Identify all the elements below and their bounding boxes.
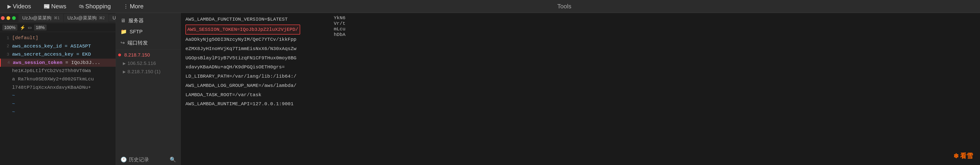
code-line-5: he1KJp6LtlfYCb2Vs2Thh0VT6Wa	[0, 67, 116, 75]
tab2-close[interactable]: ⌘2	[99, 16, 105, 20]
close-dot[interactable]	[1, 16, 5, 20]
code-line-4: 4 aws_session_token = IQoJb3J...	[0, 59, 116, 67]
tab-more[interactable]: ⋮ More	[121, 2, 146, 11]
terminal-panel-inner: 🖥 服务器 📁 SFTP ↪ 端口转发 8.218.7.150	[116, 13, 181, 165]
code-line-6: a Ra7knu0SE0XWy2+d002GTkmLcu	[0, 75, 116, 83]
video-icon: ▶	[7, 3, 11, 10]
rect-icon: ▭	[28, 25, 32, 30]
folder-icon: 📁	[121, 29, 127, 35]
token-highlight-box: AWS_SESSION_TOKEN=IQoJb3JpZ2luX2VjEPD/	[185, 25, 300, 35]
code-line-2: 2 aws_access_key_id = ASIA5PT	[0, 42, 116, 51]
terminal-panel: 🖥 服务器 📁 SFTP ↪ 端口转发 8.218.7.150	[116, 13, 181, 165]
minimize-dot[interactable]	[6, 16, 10, 20]
forward-icon: ↪	[121, 40, 125, 46]
aws-line-7: LD_LIBRARY_PATH=/var/lang/lib:/lib64:/	[185, 72, 325, 81]
editor-tab-1[interactable]: UzJu@菜菜狗 ⌘1	[19, 14, 63, 22]
aws-line-1: AWS_LAMBDA_FUNCTION_VERSION=$LATEST	[185, 15, 325, 24]
history-item[interactable]: 🕐 历史记录 🔍	[116, 154, 181, 165]
tools-label: Tools	[153, 3, 975, 10]
server-item-sftp[interactable]: 📁 SFTP	[116, 26, 181, 37]
server-label: 服务器	[129, 17, 144, 24]
aws-content: AWS_LAMBDA_FUNCTION_VERSION=$LATEST AWS_…	[185, 15, 325, 108]
sftp-label: SFTP	[130, 29, 143, 35]
browser-topbar: ▶ Videos 📰 News 🛍 Shopping ⋮ More Tools	[0, 0, 980, 13]
expand-icon: ▶	[123, 61, 126, 66]
aws-line-token: AWS_SESSION_TOKEN=IQoJb3JpZ2luX2VjEPD/	[185, 25, 325, 35]
tab-videos[interactable]: ▶ Videos	[5, 2, 34, 11]
percent-level: 18%	[34, 25, 46, 30]
server-item-server[interactable]: 🖥 服务器	[116, 15, 181, 26]
shopping-icon: 🛍	[79, 3, 84, 10]
editor-tabs: UzJu@菜菜狗 ⌘1 UzJu@菜菜狗 ⌘2 UzJu@	[0, 13, 116, 23]
tab-shopping[interactable]: 🛍 Shopping	[76, 2, 114, 11]
watermark: ❄ 看雪	[953, 152, 973, 160]
right-item-2: Vr/t	[334, 21, 345, 26]
connection-expand[interactable]: ▶ 106.52.5.116	[116, 59, 181, 67]
watermark-icon: ❄	[953, 152, 959, 160]
aws-line-9: LAMBDA_TASK_ROOT=/var/task	[185, 91, 325, 99]
code-line-7: l748tP7iqXcxAnxdavyKBaADNu+	[0, 83, 116, 92]
search-icon[interactable]: 🔍	[170, 157, 176, 163]
aws-line-4: eZMX8JyHInoHVjKq7T1mmEisNxX6/N30xAqsZw	[185, 45, 325, 53]
aws-right-col: YkN6 Vr/t mLcu hDbA	[334, 15, 345, 163]
server-icon: 🖥	[121, 17, 126, 24]
main-area: UzJu@菜菜狗 ⌘1 UzJu@菜菜狗 ⌘2 UzJu@ 100% ⚡ ▭ 1…	[0, 13, 980, 165]
code-line-tilde-2: ~	[0, 100, 116, 108]
code-line-3: 3 aws_secret_access_key = EKD	[0, 50, 116, 59]
right-item-4: hDbA	[334, 32, 345, 37]
lightning-icon: ⚡	[20, 25, 25, 30]
aws-line-5: UGOpsBlaylP1yB7V5tizqFN1CF9THux0moy8BG	[185, 54, 325, 62]
connection-active[interactable]: 8.218.7.150	[116, 51, 181, 59]
tab1-label: UzJu@菜菜狗	[22, 15, 51, 21]
right-item-3: mLcu	[334, 26, 345, 32]
aws-left-col: AWS_LAMBDA_FUNCTION_VERSION=$LATEST AWS_…	[185, 15, 325, 163]
aws-panel: AWS_LAMBDA_FUNCTION_VERSION=$LATEST AWS_…	[181, 13, 980, 165]
connection-2[interactable]: ▶ 8.218.7.150 (1)	[116, 67, 181, 76]
code-content: 1 [default] 2 aws_access_key_id = ASIA5P…	[0, 32, 116, 165]
aws-line-6: xdavyKBaADNu+aQH/K9dPGQisOETH0grs=	[185, 63, 325, 71]
editor-statusbar: 100% ⚡ ▭ 18%	[0, 23, 116, 32]
news-icon: 📰	[44, 3, 50, 10]
history-icon: 🕐	[121, 157, 127, 163]
aws-two-col: AWS_LAMBDA_FUNCTION_VERSION=$LATEST AWS_…	[185, 15, 975, 163]
aws-line-8: AWS_LAMBDA_LOG_GROUP_NAME=/aws/lambda/	[185, 82, 325, 90]
right-item-1: YkN6	[334, 15, 345, 21]
traffic-lights	[1, 16, 16, 20]
connection2-label: 8.218.7.150 (1)	[127, 69, 161, 75]
editor-tab-2[interactable]: UzJu@菜菜狗 ⌘2	[64, 14, 108, 22]
zoom-level: 100%	[2, 25, 18, 30]
history-label: 历史记录	[129, 156, 149, 163]
expand-ip-label: 106.52.5.116	[127, 60, 156, 66]
tab-news[interactable]: 📰 News	[41, 2, 69, 11]
editor-panel: UzJu@菜菜狗 ⌘1 UzJu@菜菜狗 ⌘2 UzJu@ 100% ⚡ ▭ 1…	[0, 13, 116, 165]
code-line-tilde-3: ~	[0, 108, 116, 116]
watermark-label: 看雪	[960, 152, 973, 160]
maximize-dot[interactable]	[12, 16, 16, 20]
aws-line-10: AWS_LAMBDA_RUNTIME_API=127.0.0.1:9001	[185, 100, 325, 108]
aws-line-3: AaDDkyNjg5ODI3NzcyNyIM/QeC7YTCv/1kkFpp	[185, 35, 325, 44]
active-indicator	[118, 54, 121, 56]
tab1-close[interactable]: ⌘1	[54, 16, 60, 20]
connection2-icon: ▶	[123, 70, 126, 74]
code-line-tilde-1: ~	[0, 92, 116, 100]
server-list: 🖥 服务器 📁 SFTP ↪ 端口转发 8.218.7.150	[116, 13, 181, 78]
code-line-1: 1 [default]	[0, 34, 116, 42]
divider	[116, 49, 181, 50]
port-forward-label: 端口转发	[127, 40, 148, 46]
more-icon: ⋮	[123, 3, 129, 10]
active-ip-label: 8.218.7.150	[124, 52, 150, 58]
tab2-label: UzJu@菜菜狗	[67, 15, 97, 21]
server-item-port-forward[interactable]: ↪ 端口转发	[116, 37, 181, 49]
